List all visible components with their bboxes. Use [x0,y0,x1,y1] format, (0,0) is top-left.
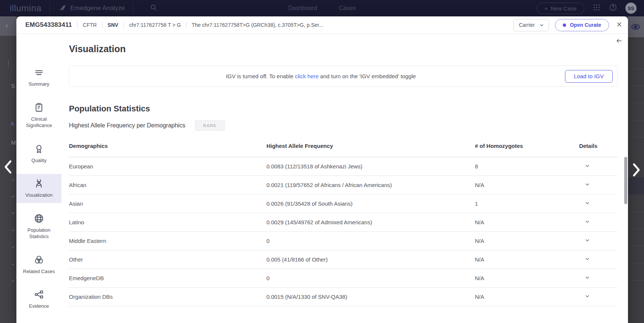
sidebar-item-visualization[interactable]: Visualization [16,174,61,203]
variant-type: SNV [108,22,119,28]
row-details-expand-button[interactable] [585,238,590,244]
column-homozygotes: # of Homozygotes [475,139,579,157]
column-demographics: Demographics [69,139,266,157]
share-network-icon [34,289,44,301]
sidebar-item-related-cases[interactable]: Related Cases [16,250,61,279]
table-row: Middle Eastern 0 N/A [69,232,618,250]
previous-variant-button[interactable] [3,159,13,176]
population-statistics-title: Population Statistics [69,104,618,114]
divider [50,3,50,14]
summary-icon [34,67,44,79]
chevron-down-icon [585,219,590,224]
chevron-down-icon [585,256,590,262]
nav-dashboard[interactable]: Dashboard [288,5,317,12]
load-to-igv-button[interactable]: Load to IGV [565,70,613,83]
row-details-expand-button[interactable] [585,275,590,281]
sidebar-item-summary[interactable]: Summary [16,63,61,92]
dna-icon [34,178,44,190]
kebab-menu-icon: ⋮ [5,60,12,67]
main-nav: Dashboard Cases [288,5,356,12]
variant-detail-modal: EMG543383411 CFTR SNV chr7:117627758 T >… [16,16,628,323]
chevron-down-icon [585,275,590,280]
product-name: Emedgene Analyze [70,4,125,12]
user-avatar[interactable]: SS [625,3,637,14]
chevron-right-icon [632,162,641,177]
table-row: EmedgeneDB 0 N/A [69,269,618,288]
case-id: EMG543383411 [25,21,72,29]
visualization-panel: Visualization IGV is turned off. To enab… [61,34,628,323]
chevron-down-icon [10,194,15,200]
eye-icon [631,22,641,33]
question-mark-icon [609,3,617,12]
variant-position: chr7:117627758 T > G [129,22,181,28]
rare-badge: RARE [195,120,225,131]
background-text-fragment: S [11,83,15,89]
search-button[interactable] [150,4,157,13]
subtitle-text: Highest Allele Frequency per Demographic… [69,122,185,129]
gene-name: CFTR [83,22,97,28]
next-variant-button[interactable] [632,162,641,179]
venn-circles-icon [34,255,44,266]
zygosity-dropdown[interactable]: Carrier [513,19,549,31]
chevron-down-icon [539,23,544,28]
background-toolbar [0,16,16,36]
chevron-down-icon [10,244,15,251]
background-row-line [628,103,644,103]
grid-dots-icon [593,3,601,12]
chevron-down-icon [585,182,590,187]
globe-icon [34,213,44,225]
nav-cases[interactable]: Cases [339,5,356,12]
background-row-line [628,246,644,246]
background-selected-row [628,177,644,194]
topbar-actions: + New Case SS [537,3,637,14]
zygosity-value: Carrier [519,22,535,28]
chevron-down-icon [10,278,15,285]
clipboard-icon [34,102,44,114]
table-row: Other 0.005 (41/8166 of Other) N/A [69,250,618,269]
help-button[interactable] [609,3,617,13]
background-row-line [628,212,644,212]
background-row-line [628,263,644,263]
row-details-expand-button[interactable] [585,294,590,300]
variant-sidebar: Summary Clinical Significance Quality Vi… [16,34,61,323]
background-row-line [628,137,644,137]
igv-click-here-link[interactable]: click here [295,73,319,79]
sidebar-item-population-statistics[interactable]: Population Statistics [16,209,61,244]
modal-scrollbar-thumb[interactable] [624,157,627,204]
population-statistics-subtitle-row: Highest Allele Frequency per Demographic… [69,120,618,131]
sidebar-item-evidence[interactable]: Evidence [16,285,61,314]
divider [102,22,102,28]
arrow-left-icon [616,38,623,44]
row-details-expand-button[interactable] [585,200,590,207]
row-details-expand-button[interactable] [585,182,590,188]
chevron-down-icon [585,163,590,168]
illumina-logo: illumina [10,3,41,13]
close-icon [616,22,622,27]
background-row-line [628,86,644,86]
top-navigation-bar: illumina Emedgene Analyze Dashboard Case… [0,0,644,16]
variant-description: The chr7:117627758T>G (GRCh38), c.3705T>… [192,22,508,28]
chevron-down-icon [10,227,15,234]
variant-body: Summary Clinical Significance Quality Vi… [16,34,628,323]
row-details-expand-button[interactable] [585,219,590,225]
background-row-line [628,120,644,120]
sidebar-item-clinical-significance[interactable]: Clinical Significance [16,98,61,133]
table-row: Asian 0.0026 (91/35428 of South Asians) … [69,194,618,213]
open-curate-button[interactable]: Open Curate [555,19,609,31]
app-switcher-button[interactable] [593,3,601,13]
background-text-fragment: A [10,121,14,127]
sidebar-item-quality[interactable]: Quality [16,139,61,168]
collapse-panel-button[interactable] [616,38,623,45]
emedgene-analyze-home[interactable]: Emedgene Analyze [58,4,125,12]
chevron-down-icon [10,177,15,184]
row-details-expand-button[interactable] [585,256,590,263]
igv-notice-text: IGV is turned off. To enable click here … [77,73,565,79]
chevron-down-icon [585,294,590,299]
curate-dot-icon [563,23,566,27]
table-row: Latino 0.0029 (145/49762 of Admixed Amer… [69,213,618,232]
chevron-down-icon [585,200,590,206]
divider [123,22,124,28]
close-modal-button[interactable] [616,22,622,29]
row-details-expand-button[interactable] [585,163,590,170]
new-case-button[interactable]: + New Case [537,3,584,14]
